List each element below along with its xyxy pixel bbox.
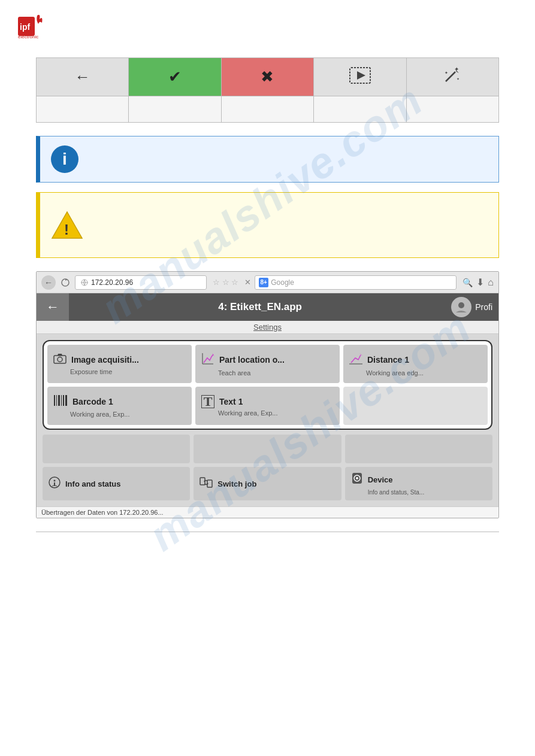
svg-text:✦: ✦ <box>457 77 460 81</box>
browser-back-button[interactable]: ← <box>41 275 56 290</box>
module-sub-part: Teach area <box>201 369 334 377</box>
app-back-button[interactable]: ← <box>37 293 69 321</box>
back-button[interactable]: ← <box>37 58 129 96</box>
module-sub-distance: Working area edg... <box>349 369 482 377</box>
toolbar-cell-5 <box>406 96 498 123</box>
module-tile-barcode[interactable]: Barcode 1 Working area, Exp... <box>47 387 192 425</box>
user-label: Profi <box>475 302 492 312</box>
logo-svg: ipf electronic <box>17 11 58 42</box>
app-title-bar: ← 4: Etikett_EN.app Profi <box>37 293 498 321</box>
module-title-image: Image acquisiti... <box>71 355 139 365</box>
search-icon[interactable]: 🔍 <box>463 278 473 287</box>
module-sub-barcode: Working area, Exp... <box>53 411 186 418</box>
download-icon[interactable]: ⬇ <box>476 277 484 288</box>
user-area[interactable]: Profi <box>451 297 498 317</box>
camera-icon <box>53 353 67 367</box>
logo: ipf electronic <box>17 11 58 42</box>
app-content: Image acquisiti... Exposure time <box>37 334 498 506</box>
google-search-box[interactable]: 8+ Google <box>255 275 457 290</box>
transfer-status-text: Übertragen der Daten von 172.20.20.96... <box>41 509 164 516</box>
svg-text:✦: ✦ <box>445 71 448 75</box>
svg-rect-28 <box>65 395 67 406</box>
browser-reload-button[interactable] <box>59 277 71 289</box>
svg-rect-24 <box>56 395 57 406</box>
svg-rect-25 <box>58 395 60 406</box>
x-icon: ✖ <box>261 68 274 86</box>
bottom-divider <box>36 532 499 532</box>
module-tile-image-acquisition[interactable]: Image acquisiti... Exposure time <box>47 345 192 383</box>
svg-marker-34 <box>204 480 205 482</box>
wand-icon: ✦ ✦ ✦ <box>443 73 461 86</box>
bottom-tile-3 <box>345 435 492 463</box>
module-title-part: Part location o... <box>219 355 285 365</box>
home-icon[interactable]: ⌂ <box>488 277 494 288</box>
info-status-icon <box>49 476 61 491</box>
media-button[interactable] <box>314 58 406 96</box>
device-icon <box>351 472 363 488</box>
svg-point-15 <box>458 302 464 308</box>
wand-button[interactable]: ✦ ✦ ✦ <box>406 58 498 96</box>
svg-text:electronic: electronic <box>18 34 38 40</box>
svg-text:!: ! <box>64 221 69 238</box>
toolbar-cell-3 <box>221 96 313 123</box>
svg-text:✦: ✦ <box>454 67 459 72</box>
status-tile-device[interactable]: Device Info and status, Sta... <box>345 467 492 500</box>
bottom-tile-2 <box>194 435 341 463</box>
settings-label[interactable]: Settings <box>37 321 498 334</box>
module-title-distance: Distance 1 <box>367 355 409 365</box>
switch-job-title: Switch job <box>217 479 256 488</box>
module-tile-empty <box>343 387 488 425</box>
media-icon <box>349 72 371 87</box>
browser-stars: ☆ ☆ ☆ <box>213 278 238 287</box>
browser-close-icon: ✕ <box>244 278 251 287</box>
cancel-button[interactable]: ✖ <box>221 58 313 96</box>
info-status-title: Info and status <box>65 479 120 488</box>
switch-job-icon <box>200 476 213 491</box>
logo-area: ipf electronic <box>0 0 535 48</box>
status-grid: Info and status <box>43 467 492 500</box>
module-tile-text[interactable]: T Text 1 Working area, Exp... <box>195 387 340 425</box>
browser-bar: ← 172.20.20.96 ☆ ☆ ☆ ✕ 8+ Google 🔍 ⬇ ⌂ <box>37 272 498 293</box>
toolbar-cell-1 <box>37 96 129 123</box>
status-tile-switch-job[interactable]: Switch job <box>194 467 341 500</box>
transfer-status-bar: Übertragen der Daten von 172.20.20.96... <box>37 506 498 518</box>
module-sub-image: Exposure time <box>53 368 186 375</box>
back-arrow-icon: ← <box>75 68 90 86</box>
confirm-button[interactable]: ✔ <box>129 58 221 96</box>
modules-grid-outer: Image acquisiti... Exposure time <box>43 340 492 430</box>
svg-marker-35 <box>207 482 208 485</box>
info-icon: i <box>51 145 78 173</box>
svg-point-17 <box>58 357 62 362</box>
module-title-text: Text 1 <box>219 397 243 406</box>
modules-grid: Image acquisiti... Exposure time <box>47 345 488 425</box>
svg-rect-26 <box>61 395 62 406</box>
svg-marker-4 <box>357 71 365 80</box>
info-box: i <box>36 136 499 183</box>
svg-rect-23 <box>54 395 55 406</box>
svg-point-38 <box>356 477 358 479</box>
bottom-grid <box>43 435 492 463</box>
browser-section: ← 172.20.20.96 ☆ ☆ ☆ ✕ 8+ Google 🔍 ⬇ ⌂ ←… <box>36 271 499 518</box>
app-title: 4: Etikett_EN.app <box>69 301 451 313</box>
module-tile-distance[interactable]: Distance 1 Working area edg... <box>343 345 488 383</box>
module-sub-text: Working area, Exp... <box>201 409 334 417</box>
module-title-barcode: Barcode 1 <box>72 397 113 406</box>
svg-point-30 <box>54 479 56 481</box>
check-icon: ✔ <box>168 68 182 86</box>
device-subtitle: Info and status, Sta... <box>351 489 486 496</box>
google-icon: 8+ <box>259 278 268 287</box>
warning-icon: ! <box>51 209 83 241</box>
status-tile-info[interactable]: Info and status <box>43 467 190 500</box>
browser-url-bar[interactable]: 172.20.20.96 <box>75 275 207 290</box>
bottom-tile-1 <box>43 435 190 463</box>
part-location-icon <box>201 352 214 368</box>
module-tile-part-location[interactable]: Part location o... Teach area <box>195 345 340 383</box>
toolbar-table: ← ✔ ✖ <box>36 57 499 123</box>
user-icon <box>451 297 471 317</box>
toolbar-section: ← ✔ ✖ <box>36 57 499 123</box>
text-icon: T <box>201 395 214 408</box>
distance-icon <box>349 352 362 368</box>
url-text: 172.20.20.96 <box>91 278 133 287</box>
toolbar-cell-2 <box>129 96 221 123</box>
svg-text:ipf: ipf <box>20 22 30 32</box>
